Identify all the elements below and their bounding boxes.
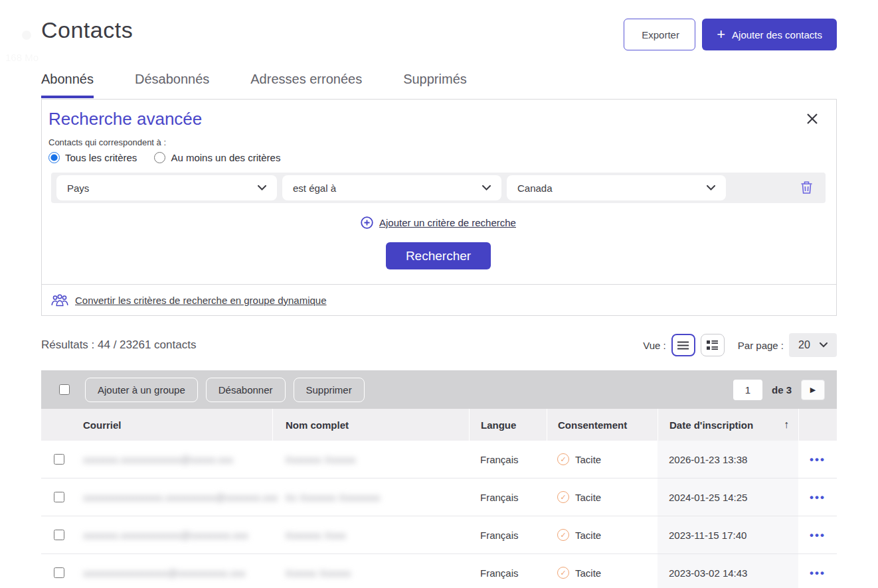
- per-page-label: Par page :: [738, 340, 784, 351]
- tab-supprimes[interactable]: Supprimés: [403, 72, 467, 98]
- sidebar-remnant-icon: [22, 31, 31, 40]
- table-row: xxxxxxxxxxxxxxxxx@xxxxxxxxxx.xxx Xxxxxx …: [41, 554, 837, 588]
- consent-cell: Tacite: [575, 454, 601, 465]
- delete-button[interactable]: Supprimer: [294, 378, 365, 402]
- date-cell: 2023-11-15 17:40: [658, 516, 798, 553]
- row-checkbox[interactable]: [54, 567, 64, 578]
- consent-cell: Tacite: [575, 530, 601, 541]
- email-cell-redacted: xxxxxxxxxxxxxxxx.xxxxxxxxxx@xxxxxxx.xxx: [83, 492, 278, 503]
- name-cell-redacted: Xxxxxx Xxxxxx: [285, 567, 351, 579]
- add-criterion-link[interactable]: Ajouter un critère de recherche: [379, 217, 516, 228]
- header-consent[interactable]: Consentement: [547, 409, 658, 441]
- radio-all-input[interactable]: [48, 152, 60, 163]
- per-page-select[interactable]: 20: [789, 333, 837, 357]
- row-actions-menu-icon[interactable]: •••: [810, 567, 826, 579]
- name-cell-redacted: Xxxxxxx Xxxx: [285, 530, 346, 541]
- match-label: Contacts qui correspondent à :: [48, 137, 828, 147]
- row-actions-menu-icon[interactable]: •••: [810, 530, 826, 541]
- header-date-label: Date d'inscription: [669, 419, 753, 431]
- criterion-field-select[interactable]: Pays: [56, 175, 277, 200]
- row-actions-menu-icon[interactable]: •••: [810, 454, 826, 465]
- plus-circle-icon: [361, 216, 373, 229]
- radio-any-label: Au moins un des critères: [171, 152, 280, 163]
- page-of-label: de 3: [772, 384, 792, 396]
- close-icon[interactable]: [806, 110, 823, 127]
- table-row: xxxxxxx.xxxxxxxxxxxx@xxxxxxxx.xxx Xxxxxx…: [41, 516, 837, 554]
- header-name[interactable]: Nom complet: [272, 409, 469, 441]
- convert-to-dynamic-group-link[interactable]: Convertir les critères de recherche en g…: [75, 295, 327, 306]
- criterion-field-value: Pays: [67, 183, 89, 194]
- row-checkbox[interactable]: [54, 454, 64, 465]
- header-language[interactable]: Langue: [469, 409, 547, 441]
- consent-cell: Tacite: [575, 492, 601, 503]
- email-cell-redacted: xxxxxxxxxxxxxxxxx@xxxxxxxxxx.xxx: [83, 567, 245, 579]
- radio-all-criteria[interactable]: Tous les critères: [48, 152, 137, 163]
- plus-icon: +: [717, 27, 725, 42]
- criterion-row: Pays est égal à Canada: [51, 173, 826, 203]
- page-title: Contacts: [41, 17, 133, 43]
- language-cell: Français: [469, 492, 547, 503]
- language-cell: Français: [469, 530, 547, 541]
- sidebar-remnant-storage: 168 Mo: [5, 52, 39, 63]
- consent-check-icon: ✓: [557, 491, 569, 503]
- table-row: xxxxxxx.xxxxxxxxxxxx@xxxxx.xxx Xxxxxxx X…: [41, 441, 837, 478]
- add-contacts-label: Ajouter des contacts: [732, 29, 822, 40]
- add-to-group-button[interactable]: Ajouter à un groupe: [85, 378, 198, 402]
- sort-ascending-icon[interactable]: ↑: [784, 419, 789, 431]
- row-checkbox[interactable]: [54, 492, 64, 502]
- criterion-value-text: Canada: [517, 183, 553, 194]
- next-page-button[interactable]: ▶: [801, 380, 825, 400]
- tab-adresses-erronees[interactable]: Adresses erronées: [250, 72, 362, 98]
- advanced-search-panel: Recherche avancée Contacts qui correspon…: [41, 99, 837, 316]
- header-date[interactable]: Date d'inscription ↑: [658, 409, 798, 441]
- view-label: Vue :: [643, 340, 665, 351]
- email-cell-redacted: xxxxxxx.xxxxxxxxxxxx@xxxxxxxx.xxx: [83, 530, 248, 541]
- contacts-table: Ajouter à un groupe Désabonner Supprimer…: [41, 370, 837, 588]
- date-cell: 2024-01-25 14:25: [658, 478, 798, 516]
- table-toolbar: Ajouter à un groupe Désabonner Supprimer…: [41, 370, 837, 409]
- language-cell: Français: [469, 454, 547, 465]
- chevron-down-icon: [707, 185, 715, 190]
- select-all-checkbox[interactable]: [59, 384, 70, 395]
- name-cell-redacted: Xxxxxxx Xxxxxx: [285, 454, 356, 465]
- header-email[interactable]: Courriel: [76, 419, 272, 431]
- view-list-button[interactable]: [671, 334, 695, 356]
- page-header: Contacts Exporter + Ajouter des contacts: [41, 0, 837, 50]
- chevron-down-icon: [482, 185, 491, 190]
- per-page-value: 20: [798, 339, 810, 351]
- search-button[interactable]: Rechercher: [386, 242, 491, 269]
- radio-any-input[interactable]: [154, 152, 165, 163]
- advanced-search-title: Recherche avancée: [48, 109, 828, 129]
- radio-all-label: Tous les critères: [65, 152, 137, 163]
- delete-criterion-trash-icon[interactable]: [798, 179, 815, 197]
- export-button[interactable]: Exporter: [624, 19, 695, 50]
- chevron-down-icon: [820, 342, 828, 348]
- criterion-operator-value: est égal à: [293, 183, 336, 194]
- unsubscribe-button[interactable]: Désabonner: [206, 378, 286, 402]
- row-checkbox[interactable]: [54, 530, 64, 540]
- view-card-button[interactable]: [701, 334, 725, 356]
- row-actions-menu-icon[interactable]: •••: [810, 492, 826, 503]
- tab-desabonnes[interactable]: Désabonnés: [135, 72, 209, 98]
- name-cell-redacted: Xx Xxxxxxx Xxxxxxxx: [285, 492, 380, 503]
- criterion-operator-select[interactable]: est égal à: [282, 175, 501, 200]
- consent-cell: Tacite: [575, 567, 601, 579]
- criterion-value-select[interactable]: Canada: [507, 175, 726, 200]
- consent-check-icon: ✓: [557, 453, 569, 465]
- chevron-down-icon: [258, 185, 266, 190]
- radio-any-criteria[interactable]: Au moins un des critères: [154, 152, 280, 163]
- date-cell: 2023-03-02 14:43: [658, 554, 798, 588]
- list-view-icon: [677, 341, 689, 350]
- group-people-icon: [51, 293, 68, 307]
- card-view-icon: [707, 340, 718, 350]
- page-number-input[interactable]: [733, 380, 762, 400]
- table-row: xxxxxxxxxxxxxxxx.xxxxxxxxxx@xxxxxxx.xxx …: [41, 478, 837, 516]
- table-header-row: Courriel Nom complet Langue Consentement…: [41, 409, 837, 441]
- language-cell: Français: [469, 567, 547, 579]
- add-contacts-button[interactable]: + Ajouter des contacts: [702, 19, 837, 50]
- tab-abonnes[interactable]: Abonnés: [41, 72, 94, 98]
- results-summary: Résultats : 44 / 23261 contacts: [41, 338, 196, 352]
- tab-bar: Abonnés Désabonnés Adresses erronées Sup…: [41, 72, 837, 99]
- consent-check-icon: ✓: [557, 529, 569, 541]
- date-cell: 2026-01-23 13:38: [658, 441, 798, 478]
